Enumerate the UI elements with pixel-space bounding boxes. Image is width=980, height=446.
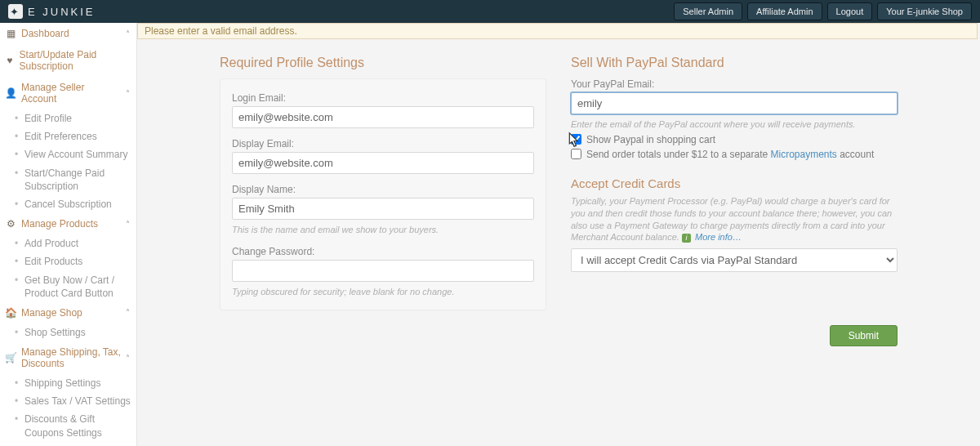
display-name-input[interactable]	[232, 198, 534, 220]
sidebar-section-dashboard[interactable]: ▦Dashboard˄	[0, 23, 136, 44]
paypal-email-help: Enter the email of the PayPal account wh…	[571, 118, 898, 131]
change-password-input[interactable]	[232, 260, 534, 282]
info-icon: i	[682, 234, 691, 243]
brand: ✦ E JUNKIE	[8, 4, 96, 19]
shop-icon: 🏠	[5, 307, 16, 319]
display-email-label: Display Email:	[232, 138, 534, 149]
sidebar[interactable]: ▦Dashboard˄♥Start/Update Paid Subscripti…	[0, 23, 137, 446]
logout-button[interactable]: Logout	[827, 2, 873, 20]
show-paypal-checkbox[interactable]	[571, 134, 581, 145]
sidebar-section-label: Start/Update Paid Subscription	[20, 49, 130, 72]
alert-banner: Please enter a valid email address.	[137, 23, 978, 39]
sidebar-item-discounts-gift-coupons-settings[interactable]: Discounts & Gift Coupons Settings	[16, 410, 136, 441]
sidebar-section-start-update-paid-subscription[interactable]: ♥Start/Update Paid Subscription	[0, 44, 136, 77]
chevron-up-icon: ˄	[126, 89, 130, 98]
brand-text: E JUNKIE	[28, 6, 96, 18]
sidebar-section-manage-shipping-tax-discounts[interactable]: 🛒Manage Shipping, Tax, Discounts˄	[0, 341, 136, 374]
micropayments-link[interactable]: Micropayments	[771, 149, 837, 160]
required-profile-panel: Required Profile Settings Login Email: D…	[220, 56, 546, 310]
micropayments-checkbox[interactable]	[571, 149, 581, 159]
chevron-up-icon: ˄	[126, 29, 130, 38]
sidebar-item-edit-preferences[interactable]: Edit Preferences	[16, 127, 136, 145]
seller-admin-button[interactable]: Seller Admin	[674, 2, 742, 20]
paypal-email-label: Your PayPal Email:	[571, 78, 898, 90]
paypal-email-input[interactable]	[571, 92, 898, 114]
sidebar-item-shop-settings[interactable]: Shop Settings	[16, 323, 136, 341]
paypal-heading: Sell With PayPal Standard	[571, 56, 898, 70]
sidebar-section-manage-buyers[interactable]: ⏱Manage Buyers˄	[0, 442, 136, 446]
dashboard-icon: ▦	[5, 28, 16, 39]
user-icon: 👤	[5, 87, 16, 99]
change-password-help: Typing obscured for security; leave blan…	[232, 286, 534, 298]
display-email-input[interactable]	[232, 152, 534, 174]
sidebar-section-label: Manage Seller Account	[21, 82, 121, 105]
submit-button[interactable]: Submit	[830, 325, 898, 346]
chevron-up-icon: ˄	[126, 220, 130, 229]
required-profile-heading: Required Profile Settings	[220, 56, 546, 70]
show-paypal-label: Show Paypal in shopping cart	[586, 134, 715, 145]
login-email-input[interactable]	[232, 106, 534, 128]
sidebar-item-start-change-paid-subscription[interactable]: Start/Change Paid Subscription	[16, 164, 136, 195]
sidebar-section-manage-shop[interactable]: 🏠Manage Shop˄	[0, 302, 136, 323]
login-email-label: Login Email:	[232, 92, 534, 104]
sidebar-section-label: Manage Shop	[21, 307, 82, 319]
sidebar-section-manage-seller-account[interactable]: 👤Manage Seller Account˄	[0, 77, 136, 109]
change-password-label: Change Password:	[232, 246, 534, 257]
paypal-panel: Sell With PayPal Standard Your PayPal Em…	[571, 56, 898, 310]
sidebar-section-label: Dashboard	[21, 28, 69, 39]
sidebar-item-shipping-settings[interactable]: Shipping Settings	[16, 374, 136, 392]
accept-cc-heading: Accept Credit Cards	[571, 176, 898, 190]
sidebar-item-add-product[interactable]: Add Product	[16, 234, 136, 252]
heart-icon: ♥	[5, 55, 15, 66]
sidebar-item-edit-products[interactable]: Edit Products	[16, 252, 136, 270]
top-actions: Seller Admin Affiliate Admin Logout Your…	[674, 2, 972, 20]
sidebar-item-sales-tax-vat-settings[interactable]: Sales Tax / VAT Settings	[16, 392, 136, 410]
chevron-up-icon: ˄	[126, 308, 130, 317]
main-content: Required Profile Settings Login Email: D…	[137, 23, 980, 446]
brand-logo-icon: ✦	[8, 4, 23, 19]
sidebar-section-label: Manage Shipping, Tax, Discounts	[21, 346, 121, 369]
accept-cc-help: Typically, your Payment Processor (e.g. …	[571, 195, 898, 243]
cart-icon: 🛒	[5, 352, 16, 363]
more-info-link[interactable]: More info…	[695, 232, 742, 242]
gear-icon: ⚙	[5, 218, 16, 230]
micropayments-checkbox-row[interactable]: Send order totals under $12 to a separat…	[571, 149, 898, 160]
sidebar-item-get-buy-now-cart-product-card-button[interactable]: Get Buy Now / Cart / Product Card Button	[16, 271, 136, 302]
chevron-up-icon: ˄	[126, 354, 130, 363]
micropayments-label: Send order totals under $12 to a separat…	[586, 149, 874, 160]
sidebar-section-manage-products[interactable]: ⚙Manage Products˄	[0, 213, 136, 234]
sidebar-section-label: Manage Products	[21, 218, 98, 230]
sidebar-item-edit-profile[interactable]: Edit Profile	[16, 109, 136, 127]
affiliate-admin-button[interactable]: Affiliate Admin	[747, 2, 822, 20]
sidebar-item-cancel-subscription[interactable]: Cancel Subscription	[16, 195, 136, 213]
your-shop-button[interactable]: Your E-junkie Shop	[877, 2, 972, 20]
sidebar-item-view-account-summary[interactable]: View Account Summary	[16, 145, 136, 163]
display-name-help: This is the name and email we show to yo…	[232, 224, 534, 236]
display-name-label: Display Name:	[232, 184, 534, 195]
accept-cc-select[interactable]: I will accept Credit Cards via PayPal St…	[571, 248, 898, 272]
top-bar: ✦ E JUNKIE Seller Admin Affiliate Admin …	[0, 0, 980, 23]
show-paypal-checkbox-row[interactable]: Show Paypal in shopping cart	[571, 134, 898, 145]
